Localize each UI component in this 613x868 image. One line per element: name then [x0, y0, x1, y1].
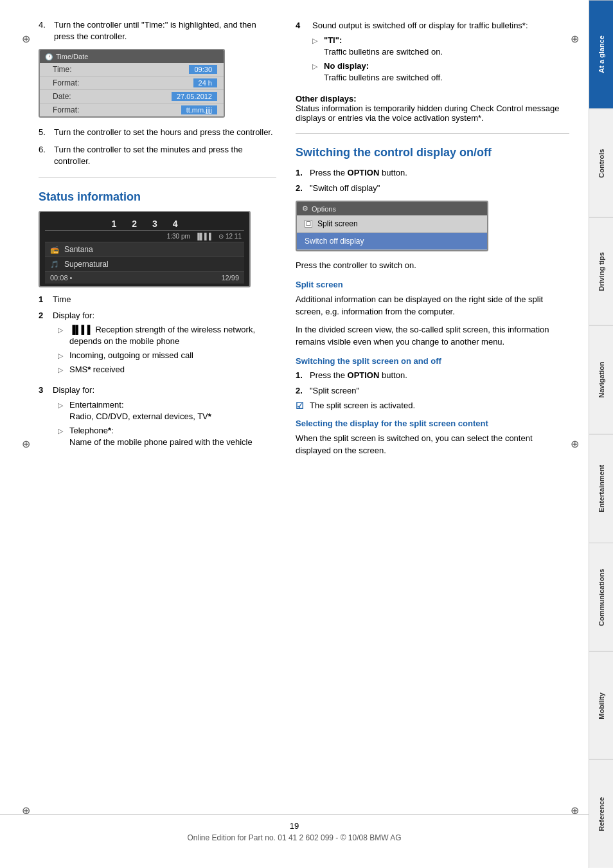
split-checkbox[interactable]: ☐ — [305, 220, 312, 228]
selecting-heading: Selecting the display for the split scre… — [296, 419, 569, 428]
page-number: 19 — [0, 821, 589, 831]
status-information-heading: Status information — [39, 190, 276, 204]
status-num-3: 3 — [152, 219, 157, 229]
telephone-label: Telephone*: — [69, 426, 114, 435]
timedate-field-date: Date: 27.05.2012 — [40, 90, 224, 104]
sidebar-tab-at-a-glance[interactable]: At a glance — [589, 0, 613, 109]
split-step-1: 1. Press the OPTION button. — [296, 370, 569, 381]
item-3-bullets: ▷ Entertainment: Radio, CD/DVD, external… — [58, 399, 253, 449]
timedate-title: Time/Date — [40, 50, 224, 63]
status-item-1: 1 Time — [39, 294, 276, 305]
switch-step-1-num: 1. — [296, 167, 306, 179]
date-value: 27.05.2012 — [172, 92, 217, 101]
options-title-text: Options — [312, 205, 336, 213]
switch-step-1: 1. Press the OPTION button. — [296, 167, 569, 179]
arrow-icon-2: ▷ — [58, 351, 66, 361]
bullet-telephone: ▷ Telephone*: Name of the mobile phone p… — [58, 425, 253, 448]
bullet-sms-text: SMS* received — [69, 364, 276, 375]
nodisplay-label: No display: — [324, 61, 369, 71]
right-step-4-bullets: ▷ "TI": Traffic bulletins are switched o… — [312, 35, 528, 84]
bullet-signal-text: ▐▌▌▌ Reception strength of the wireless … — [69, 324, 276, 347]
step-6-num: 6. — [39, 144, 49, 167]
check-text: The split screen is activated. — [310, 401, 415, 410]
sidebar-tab-driving-tips[interactable]: Driving tips — [589, 217, 613, 326]
right-step-4: 4 Sound output is switched off or displa… — [296, 19, 569, 89]
bullet-telephone-text: Telephone*: Name of the mobile phone pai… — [69, 425, 253, 448]
radio-text: Santana — [64, 245, 93, 254]
main-content: 4. Turn the controller until "Time:" is … — [0, 0, 589, 868]
options-item-switchoff[interactable]: Switch off display — [297, 233, 487, 250]
music-text: Supernatural — [64, 260, 109, 269]
options-title: ⚙ Options — [297, 202, 487, 215]
status-num-1: 1 — [111, 219, 116, 229]
nodisplay-sub: Traffic bulletins are switched off. — [324, 73, 443, 82]
switch-step-1-text: Press the OPTION button. — [310, 167, 407, 179]
telephone-sub: Name of the mobile phone paired with the… — [69, 437, 253, 447]
tab-communications-label: Communications — [598, 568, 605, 626]
split-step-2-text: "Split screen" — [310, 385, 359, 397]
status-numbered-list: 1 Time 2 Display for: ▷ ▐▌▌▌ Reception s… — [39, 294, 276, 453]
switch-step-2-num: 2. — [296, 183, 306, 194]
item-3-num: 3 — [39, 384, 49, 396]
arrow-icon-3: ▷ — [58, 365, 66, 375]
arrow-icon-4: ▷ — [58, 401, 66, 422]
status-track-row: 00:08 • 12/99 — [45, 272, 244, 284]
sidebar-tab-controls[interactable]: Controls — [589, 109, 613, 217]
item-2-bullets: ▷ ▐▌▌▌ Reception strength of the wireles… — [58, 324, 276, 376]
ti-arrow: ▷ — [312, 36, 320, 58]
selecting-text: When the split screen is switched on, yo… — [296, 432, 569, 457]
right-step-4-text: Sound output is switched off or display … — [312, 19, 528, 32]
options-item-split[interactable]: ☐ Split screen — [297, 215, 487, 233]
sidebar-tab-communications[interactable]: Communications — [589, 543, 613, 651]
split-screen-text2: In the divided screen view, the so-calle… — [296, 323, 569, 348]
timedate-field-format2: Format: tt.mm.jjjj — [40, 104, 224, 116]
switch-off-option-text: Switch off display — [305, 237, 364, 246]
signal-icon: ▐▌▌▌ — [195, 233, 213, 240]
timedate-field-time: Time: 09:30 — [40, 63, 224, 77]
step-6-text: Turn the controller to set the minutes a… — [54, 144, 276, 167]
options-gear-icon: ⚙ — [302, 204, 308, 213]
item-1-num: 1 — [39, 294, 49, 305]
check-icon: ☑ — [296, 401, 306, 411]
split-step-2-num: 2. — [296, 385, 306, 397]
time-label: Time: — [53, 65, 72, 74]
entertainment-label: Entertainment: — [69, 400, 124, 410]
sidebar-tab-reference[interactable]: Reference — [589, 759, 613, 868]
item-2-label: Display for: — [53, 310, 276, 321]
other-displays-label: Other displays: — [296, 94, 357, 104]
bullet-nodisplay: ▷ No display: Traffic bulletins are swit… — [312, 60, 528, 84]
left-column: 4. Turn the controller until "Time:" is … — [39, 19, 276, 849]
split-step-2: 2. "Split screen" — [296, 385, 569, 397]
other-displays-section: Other displays: Status information is te… — [296, 94, 569, 123]
corner-mark-mr — [568, 437, 581, 450]
entertainment-sub: Radio, CD/DVD, external devices, TV* — [69, 411, 211, 421]
tab-mobility-label: Mobility — [598, 692, 605, 719]
date-label: Date: — [53, 92, 71, 101]
item-3-label: Display for: — [53, 384, 253, 396]
status-num-4: 4 — [173, 219, 178, 229]
tab-at-a-glance-label: At a glance — [598, 36, 605, 74]
right-column: 4 Sound output is switched off or displa… — [296, 19, 569, 849]
tab-reference-label: Reference — [598, 797, 605, 831]
bullet-entertainment: ▷ Entertainment: Radio, CD/DVD, external… — [58, 399, 253, 422]
timedate-body: Time: 09:30 Format: 24 h Date: 27.05.201… — [40, 63, 224, 116]
page: 4. Turn the controller until "Time:" is … — [0, 0, 613, 868]
track-num: 12/99 — [221, 274, 239, 282]
status-time: 1:30 pm — [167, 233, 190, 240]
tab-entertainment-label: Entertainment — [598, 465, 605, 512]
step-5-text: Turn the controller to set the hours and… — [54, 127, 276, 138]
sidebar-tab-entertainment[interactable]: Entertainment — [589, 434, 613, 543]
split-screen-text1: Additional information can be displayed … — [296, 293, 569, 318]
right-sidebar: At a glance Controls Driving tips Naviga… — [589, 0, 613, 868]
bullet-incoming-text: Incoming, outgoing or missed call — [69, 350, 276, 361]
step-4: 4. Turn the controller until "Time:" is … — [39, 19, 276, 42]
sidebar-tab-navigation[interactable]: Navigation — [589, 325, 613, 434]
bullet-sms: ▷ SMS* received — [58, 364, 276, 375]
status-num-2: 2 — [132, 219, 137, 229]
sidebar-tab-mobility[interactable]: Mobility — [589, 651, 613, 760]
footer-text: Online Edition for Part no. 01 41 2 602 … — [187, 833, 401, 842]
corner-mark-tr — [568, 32, 581, 45]
nodisplay-text: No display: Traffic bulletins are switch… — [324, 60, 528, 84]
bullet-entertainment-text: Entertainment: Radio, CD/DVD, external d… — [69, 399, 253, 422]
section-divider — [39, 177, 276, 178]
